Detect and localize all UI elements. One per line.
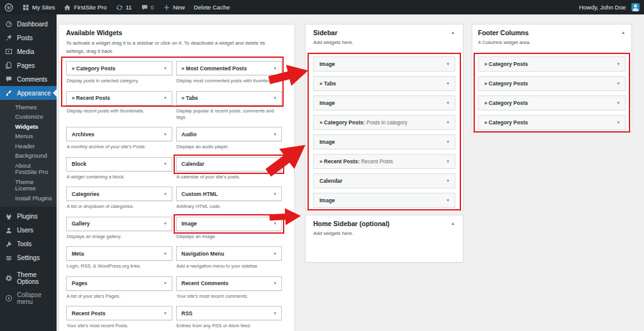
sidebar-item-theme-options[interactable]: Theme Options [0,268,57,288]
chevron-down-icon[interactable]: ▾ [447,139,449,144]
admin-bar-left: My Sites FirstSite Pro 11 0 New [0,0,234,14]
chevron-down-icon[interactable]: ▾ [447,81,449,86]
chevron-down-icon[interactable]: ▾ [447,198,449,203]
chevron-down-icon[interactable]: ▾ [274,132,276,137]
chevron-down-icon[interactable]: ▾ [617,100,619,106]
chevron-down-icon[interactable]: ▾ [274,95,276,100]
chevron-down-icon[interactable]: ▾ [164,66,167,71]
site-menu[interactable]: FirstSite Pro [59,0,111,14]
chevron-down-icon[interactable]: ▾ [274,281,276,286]
chevron-down-icon[interactable]: ▾ [274,192,276,197]
new-content-menu[interactable]: New [158,0,189,14]
widget-description: A list of your site's Pages. [66,293,172,300]
widget-box-rss[interactable]: RSS ▾ [176,306,282,320]
widget-box-gallery[interactable]: Gallery ▾ [66,217,172,231]
widget-box-navigation-menu[interactable]: Navigation Menu ▾ [176,246,282,261]
account-menu[interactable]: Howdy, John Doe [575,0,644,14]
widget-box-recent-posts[interactable]: » Recent Posts ▾ [66,91,172,106]
sidebar-item-media[interactable]: Media [0,45,57,58]
placed-widget-category-posts[interactable]: » Category Posts ▾ [478,76,626,91]
placed-widget-category-posts[interactable]: » Category Posts ▾ [478,115,626,130]
sidebar-item-tools[interactable]: Tools [0,237,57,251]
chevron-down-icon[interactable]: ▾ [617,120,619,125]
widget-box-recent-comments[interactable]: Recent Comments ▾ [176,276,282,291]
widget-box-block[interactable]: Block ▾ [66,157,172,171]
widget-box-audio[interactable]: Audio ▾ [176,127,282,141]
submenu-item-theme-license[interactable]: Theme License [0,177,57,193]
chevron-down-icon[interactable]: ▾ [164,251,167,256]
widget-box-meta[interactable]: Meta ▾ [66,246,172,261]
footer-columns-panel: Footer Columns ▴ 4 Columns widget area. … [472,24,632,132]
chevron-down-icon[interactable]: ▾ [274,251,276,256]
placed-widget-recent-posts-recent-posts[interactable]: » Recent Posts: Recent Posts ▾ [313,154,455,169]
widget-box-category-posts[interactable]: » Category Posts ▾ [66,61,172,75]
submenu-item-menus[interactable]: Menus [0,132,57,142]
my-sites-menu[interactable]: My Sites [18,0,59,14]
placed-widget-image[interactable]: Image ▾ [313,57,455,72]
submenu-item-themes[interactable]: Themes [0,102,57,112]
placed-widget-calendar[interactable]: Calendar ▾ [313,173,455,188]
placed-widget-image[interactable]: Image ▾ [313,193,455,208]
widget-box-most-commented-posts[interactable]: » Most Commented Posts ▾ [176,61,282,75]
sidebar-item-label: Tools [17,241,31,247]
sidebar-item-settings[interactable]: Settings [0,251,57,265]
widget-box-archives[interactable]: Archives ▾ [66,127,172,141]
sidebar-item-collapse-menu[interactable]: Collapse menu [0,288,57,308]
submenu-item-about-firstsite-pro[interactable]: About FirstSite Pro [0,161,57,177]
admin-bar: My Sites FirstSite Pro 11 0 New [0,0,644,14]
placed-widget-tabs[interactable]: » Tabs ▾ [313,76,455,91]
chevron-down-icon[interactable]: ▾ [164,192,167,197]
sidebar-item-label: Plugins [17,213,38,220]
chevron-down-icon[interactable]: ▾ [617,62,619,67]
chevron-down-icon[interactable]: ▾ [164,161,167,166]
collapse-panel-icon[interactable]: ▴ [621,29,626,36]
chevron-down-icon[interactable]: ▾ [447,120,449,125]
widget-box-image[interactable]: Image ▾ [176,217,282,231]
delete-cache-button[interactable]: Delete Cache [189,0,235,14]
available-widgets-description: To activate a widget drag it to a sideba… [66,40,282,55]
submenu-item-background[interactable]: Background [0,151,57,161]
sidebar-item-posts[interactable]: Posts [0,31,57,45]
widget-box-recent-posts[interactable]: Recent Posts ▾ [66,306,172,320]
collapse-panel-icon[interactable]: ▴ [450,29,455,36]
placed-widget-image[interactable]: Image ▾ [313,95,455,111]
collapse-panel-icon[interactable]: ▴ [450,220,455,227]
widget-box-tabs[interactable]: » Tabs ▾ [176,91,282,106]
chevron-down-icon[interactable]: ▾ [164,281,167,286]
widget-box-categories[interactable]: Categories ▾ [66,187,172,201]
chevron-down-icon[interactable]: ▾ [274,311,276,316]
chevron-down-icon[interactable]: ▾ [164,221,167,226]
footer-columns-title: Footer Columns [478,29,529,36]
chevron-down-icon[interactable]: ▾ [164,95,167,100]
sidebar-item-plugins[interactable]: Plugins [0,210,57,224]
sidebar-item-dashboard[interactable]: Dashboard [0,17,57,31]
widget-box-pages[interactable]: Pages ▾ [66,276,172,291]
widget-box-calendar[interactable]: Calendar ▾ [176,157,282,171]
wordpress-logo-menu[interactable] [0,0,18,14]
sidebar-item-pages[interactable]: Pages [0,58,57,72]
placed-widget-category-posts-posts-in-category[interactable]: » Category Posts: Posts in category ▾ [313,115,455,130]
submenu-item-header[interactable]: Header [0,141,57,151]
chevron-down-icon[interactable]: ▾ [164,311,167,316]
placed-widget-category-posts[interactable]: » Category Posts ▾ [478,95,626,111]
chevron-down-icon[interactable]: ▾ [274,161,276,166]
sidebar-item-appearance[interactable]: Appearance [0,86,57,100]
placed-widget-image[interactable]: Image ▾ [313,134,455,149]
sidebar-item-users[interactable]: Users [0,224,57,237]
chevron-down-icon[interactable]: ▾ [274,66,276,71]
submenu-item-install-plugins[interactable]: Install Plugins [0,193,57,203]
comments-menu[interactable]: 0 [136,0,158,14]
submenu-item-customize[interactable]: Customize [0,112,57,122]
chevron-down-icon[interactable]: ▾ [447,178,449,183]
chevron-down-icon[interactable]: ▾ [447,62,449,67]
widget-box-custom-html[interactable]: Custom HTML ▾ [176,187,282,201]
chevron-down-icon[interactable]: ▾ [447,100,449,106]
submenu-item-widgets[interactable]: Widgets [0,122,57,132]
chevron-down-icon[interactable]: ▾ [447,159,449,164]
chevron-down-icon[interactable]: ▾ [617,81,619,86]
chevron-down-icon[interactable]: ▾ [164,132,167,137]
updates-menu[interactable]: 11 [111,0,136,14]
placed-widget-category-posts[interactable]: » Category Posts ▾ [478,57,626,72]
sidebar-item-comments[interactable]: Comments [0,72,57,86]
chevron-down-icon[interactable]: ▾ [274,221,276,226]
